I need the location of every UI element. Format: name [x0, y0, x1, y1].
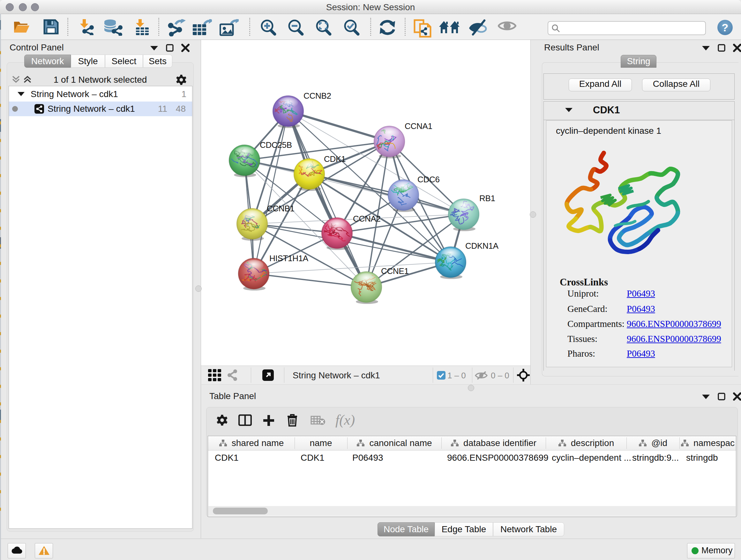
svg-text:CDK1: CDK1 — [324, 154, 346, 164]
svg-text:CCNA2: CCNA2 — [353, 214, 381, 224]
svg-text:CDC6: CDC6 — [417, 175, 440, 184]
svg-text:RB1: RB1 — [479, 193, 495, 203]
svg-text:CCNE1: CCNE1 — [381, 266, 409, 276]
svg-text:CDKN1A: CDKN1A — [465, 241, 499, 251]
svg-text:CCNB2: CCNB2 — [304, 91, 331, 101]
svg-text:CCNB1: CCNB1 — [267, 204, 294, 213]
svg-text:CDC25B: CDC25B — [260, 140, 292, 150]
svg-text:HIST1H1A: HIST1H1A — [269, 253, 309, 263]
svg-text:CCNA1: CCNA1 — [405, 121, 432, 131]
